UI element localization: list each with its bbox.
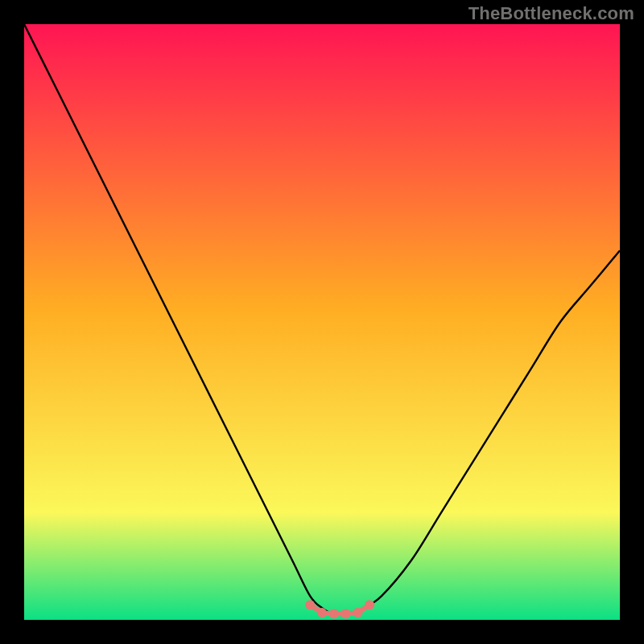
marker-dot <box>365 601 374 610</box>
bottleneck-chart <box>24 24 620 620</box>
marker-dot <box>329 609 339 619</box>
marker-dot <box>341 609 351 619</box>
gradient-background <box>24 24 620 620</box>
attribution-text: TheBottleneck.com <box>469 3 634 24</box>
marker-dot <box>305 601 315 610</box>
plot-area <box>24 24 620 620</box>
marker-dot <box>353 608 362 617</box>
marker-dot <box>317 608 327 617</box>
chart-frame: TheBottleneck.com <box>0 0 644 644</box>
